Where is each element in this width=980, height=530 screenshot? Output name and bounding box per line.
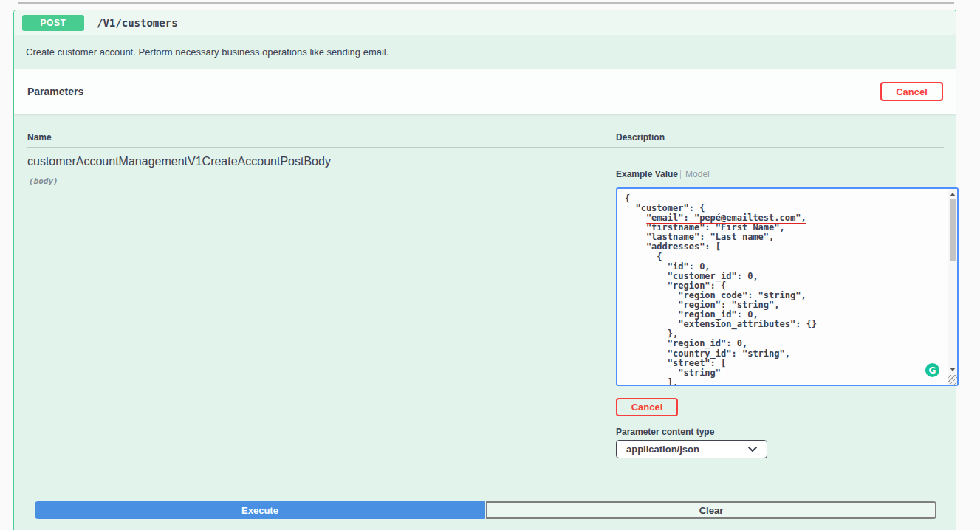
column-header-description: Description: [616, 132, 665, 142]
example-json-text: { "customer": { "email": "pepé@emailtest…: [617, 189, 957, 386]
model-tabs: Example Value Model: [616, 169, 710, 179]
parameter-location: (body): [29, 176, 58, 186]
text-cursor: [764, 233, 764, 242]
content-type-label: Parameter content type: [616, 427, 714, 437]
column-header-name: Name: [27, 132, 52, 142]
execute-button[interactable]: Execute: [35, 501, 485, 519]
endpoint-path: /V1/customers: [97, 17, 178, 29]
clear-button[interactable]: Clear: [486, 501, 936, 519]
scrollbar-thumb[interactable]: [950, 199, 956, 261]
scroll-down-arrow-icon[interactable]: [950, 368, 956, 371]
parameters-title: Parameters: [27, 86, 83, 97]
chevron-down-icon: [748, 447, 757, 452]
content-type-select[interactable]: application/json: [616, 440, 767, 458]
scroll-up-arrow-icon[interactable]: [950, 193, 956, 196]
cancel-button-body[interactable]: Cancel: [616, 398, 678, 416]
endpoint-summary[interactable]: POST /V1/customers: [14, 10, 956, 35]
parameters-header: Parameters Cancel: [14, 69, 956, 114]
cancel-button-top[interactable]: Cancel: [880, 82, 943, 101]
textarea-scrollbar[interactable]: [948, 189, 957, 385]
tab-example-value[interactable]: Example Value: [616, 169, 678, 179]
table-header-divider: [27, 147, 944, 148]
spellcheck-underline: [646, 223, 806, 224]
parameters-body: Name Description customerAccountManageme…: [14, 114, 956, 530]
section-divider: [18, 2, 954, 4]
endpoint-description-text: Create customer account. Perform necessa…: [26, 47, 388, 58]
grammarly-icon[interactable]: G: [925, 363, 939, 377]
http-method-badge: POST: [22, 15, 84, 31]
opblock-post: POST /V1/customers Create customer accou…: [13, 10, 956, 530]
tab-separator: [680, 170, 681, 179]
endpoint-description: Create customer account. Perform necessa…: [14, 35, 956, 69]
content-type-value: application/json: [626, 444, 699, 455]
resize-grip-icon[interactable]: [948, 375, 957, 385]
parameter-name: customerAccountManagementV1CreateAccount…: [27, 155, 331, 168]
body-parameter-textarea[interactable]: { "customer": { "email": "pepé@emailtest…: [616, 187, 959, 386]
tab-model[interactable]: Model: [685, 169, 710, 179]
